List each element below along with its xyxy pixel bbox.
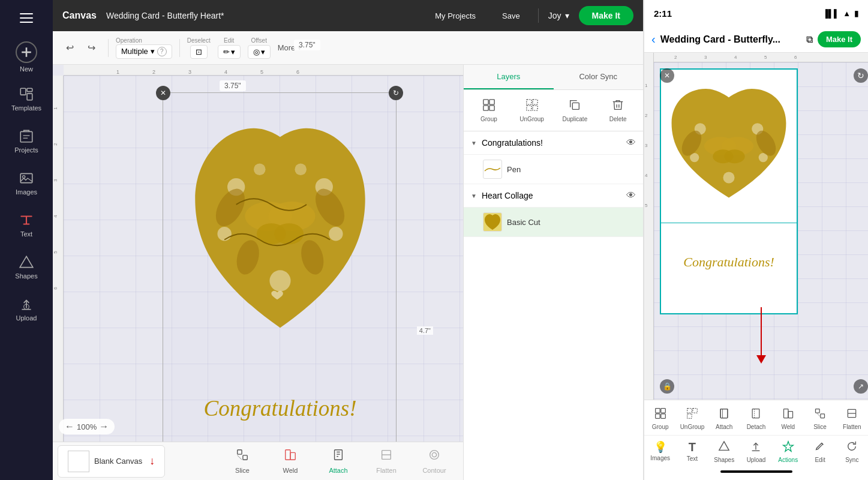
ungroup-button[interactable]: UnGroup: [512, 95, 552, 126]
edit-label: Edit: [224, 37, 234, 44]
zoom-out-button[interactable]: ←: [65, 421, 74, 432]
mobile-flatten-button[interactable]: Flatten: [839, 407, 865, 430]
close-handle[interactable]: ✕: [156, 86, 170, 100]
svg-rect-77: [816, 409, 820, 413]
mobile-ungroup-button[interactable]: UnGroup: [679, 407, 705, 430]
make-it-button[interactable]: Make It: [579, 6, 633, 25]
rotate-handle[interactable]: ↻: [389, 86, 403, 100]
mobile-attach-button[interactable]: Attach: [711, 407, 737, 430]
ungroup-icon: [525, 98, 539, 115]
svg-rect-65: [655, 414, 660, 419]
slice-tool-button[interactable]: Slice: [218, 444, 266, 479]
mobile-rotate-button[interactable]: ↻: [854, 68, 868, 83]
operation-value: Multiple: [121, 47, 148, 56]
group-arrow-1: ▼: [471, 140, 477, 146]
mobile-actions-button[interactable]: Actions: [775, 440, 801, 463]
tab-layers[interactable]: Layers: [464, 65, 554, 89]
sidebar-item-new[interactable]: New: [2, 36, 50, 78]
svg-rect-45: [489, 106, 494, 110]
layer-group-heart-collage[interactable]: ▼ Heart Collage 👁: [464, 184, 643, 208]
mobile-images-button[interactable]: 💡 Images: [647, 440, 674, 463]
shapes-icon: [19, 254, 34, 270]
layer-item-basic-cut[interactable]: Basic Cut: [464, 208, 643, 237]
mobile-canvas-area[interactable]: 2 3 4 5 6 1 2 3 4 5: [644, 53, 868, 400]
group-name-2: Heart Collage: [482, 191, 621, 200]
mobile-home-indicator: [720, 470, 792, 473]
mobile-slice-icon: [814, 407, 826, 422]
mobile-slice-button[interactable]: Slice: [807, 407, 833, 430]
templates-icon: [19, 86, 34, 102]
edit-button[interactable]: ✏ ▾: [218, 45, 241, 59]
mobile-heart-bottom: Congratulations!: [661, 223, 797, 304]
flatten-tool-button[interactable]: Flatten: [362, 444, 410, 479]
hamburger-button[interactable]: [13, 5, 40, 31]
offset-button[interactable]: ◎ ▾: [248, 45, 271, 59]
mobile-weld-button[interactable]: Weld: [775, 407, 801, 430]
attach-tool-button[interactable]: Attach: [314, 444, 362, 479]
text-icon: [19, 212, 34, 228]
canvas-area[interactable]: 1 2 3 4 5 6 1 2 3 4 5 6: [53, 65, 463, 442]
redo-button[interactable]: ↪: [82, 38, 101, 58]
zoom-controls[interactable]: ← 100% →: [59, 419, 115, 434]
sidebar-item-upload[interactable]: Upload: [2, 288, 50, 330]
undo-button[interactable]: ↩: [60, 38, 79, 58]
mobile-heart-card[interactable]: Congratulations!: [660, 68, 798, 314]
ruler-top: 1 2 3 4 5 6: [64, 65, 463, 76]
mobile-detach-label: Detach: [747, 424, 766, 430]
svg-rect-78: [821, 414, 825, 418]
save-button[interactable]: Save: [494, 8, 528, 24]
heart-collage-image: [169, 99, 391, 357]
mobile-canvas-content[interactable]: Congratulations! ✕ ↻ 🔒 ↗: [654, 62, 868, 400]
mobile-copy-icon[interactable]: ⧉: [806, 34, 813, 45]
mobile-group-label: Group: [652, 424, 669, 430]
mobile-lock-button[interactable]: 🔒: [660, 379, 674, 394]
mobile-heart-top: [661, 70, 797, 223]
mobile-resize-button[interactable]: ↗: [854, 379, 868, 394]
blank-canvas-button[interactable]: Blank Canvas ↓: [58, 445, 165, 478]
mobile-make-it-button[interactable]: Make It: [818, 31, 861, 47]
canvas-content[interactable]: 3.75" ✕ ↻ 🔒 ↗: [64, 76, 463, 442]
group-button[interactable]: Group: [468, 95, 509, 126]
group-arrow-2: ▼: [471, 193, 477, 199]
mobile-edit-button[interactable]: Edit: [807, 440, 833, 463]
sidebar-item-images[interactable]: Images: [2, 162, 50, 204]
duplicate-button[interactable]: Duplicate: [555, 95, 596, 126]
delete-button[interactable]: Delete: [597, 95, 638, 126]
mobile-text-button[interactable]: T Text: [679, 440, 705, 463]
mobile-shapes-button[interactable]: Shapes: [711, 440, 737, 463]
layer-item-pen[interactable]: Pen: [464, 155, 643, 184]
contour-tool-button[interactable]: Contour: [410, 444, 458, 479]
attach-label: Attach: [329, 467, 347, 474]
mobile-group-button[interactable]: Group: [647, 407, 674, 430]
canvas-height-label: 4.7": [417, 326, 433, 335]
selection-box[interactable]: ✕ ↻ 🔒 ↗: [163, 92, 397, 442]
mobile-upload-button[interactable]: Upload: [743, 440, 769, 463]
svg-rect-42: [483, 100, 488, 104]
svg-rect-70: [720, 409, 728, 418]
sidebar-item-projects[interactable]: Projects: [2, 120, 50, 162]
sidebar-item-shapes[interactable]: Shapes: [2, 246, 50, 288]
mobile-ungroup-icon: [686, 407, 698, 422]
mobile-detach-button[interactable]: Detach: [743, 407, 769, 430]
weld-tool-button[interactable]: Weld: [266, 444, 314, 479]
top-bar: Canvas Wedding Card - Butterfly Heart* M…: [53, 0, 643, 31]
zoom-in-button[interactable]: →: [99, 421, 109, 432]
user-menu[interactable]: Joy ▾: [548, 11, 569, 20]
layer-group-congratulations[interactable]: ▼ Congratulations! 👁: [464, 131, 643, 155]
mobile-close-button[interactable]: ✕: [660, 68, 674, 83]
mobile-back-button[interactable]: ‹: [651, 32, 656, 46]
group-eye-2[interactable]: 👁: [626, 190, 636, 201]
app-title: Canvas: [62, 10, 97, 21]
sidebar-item-text[interactable]: Text: [2, 204, 50, 246]
operation-select[interactable]: Multiple ▾ ?: [116, 44, 172, 59]
my-projects-button[interactable]: My Projects: [427, 8, 484, 24]
hamburger-line-3: [20, 22, 33, 23]
tab-color-sync[interactable]: Color Sync: [554, 65, 644, 89]
mobile-sync-button[interactable]: Sync: [839, 440, 865, 463]
sidebar-item-templates[interactable]: Templates: [2, 78, 50, 120]
deselect-button[interactable]: ⊡: [190, 45, 208, 59]
images-icon: [19, 170, 34, 186]
red-arrow-head: [756, 355, 766, 364]
group-eye-1[interactable]: 👁: [626, 137, 636, 148]
svg-line-79: [816, 413, 821, 417]
